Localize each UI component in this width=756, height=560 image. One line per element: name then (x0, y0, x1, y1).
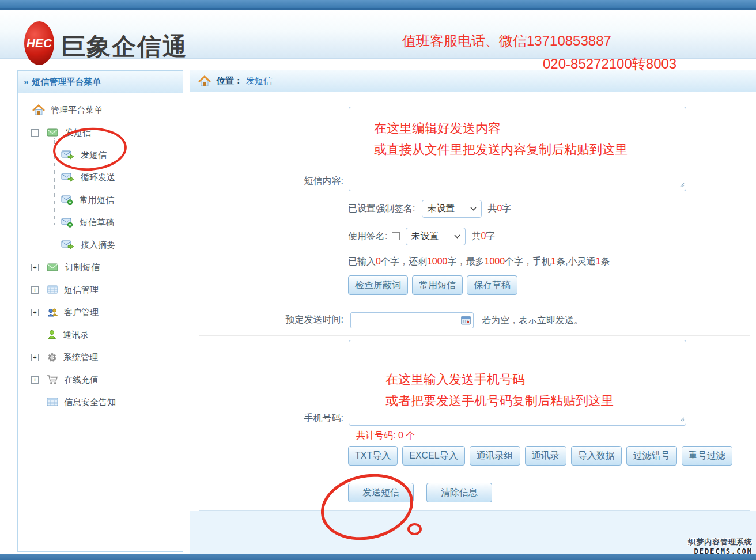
bottom-status-bar (0, 554, 756, 560)
expand-icon[interactable]: + (31, 376, 39, 384)
txt-import-button[interactable]: TXT导入 (348, 446, 398, 466)
home-icon (32, 104, 45, 116)
sidebar-item-label: 订制短信 (65, 262, 100, 273)
use-signature-select[interactable]: 未设置 (406, 228, 466, 245)
import-buttons-row: TXT导入 EXCEL导入 通讯录组 通讯录 导入数据 过滤错号 重号过滤 (348, 446, 732, 466)
mail-green-icon (47, 127, 59, 138)
sidebar-item-label: 循环发送 (81, 172, 115, 183)
breadcrumb-current-link[interactable]: 发短信 (246, 75, 272, 86)
phone-label: 手机号码: (199, 413, 343, 425)
expand-icon[interactable]: + (31, 264, 39, 271)
use-signature-checkbox[interactable] (392, 232, 400, 240)
sidebar-item-send-sms[interactable]: 发短信 (18, 147, 183, 162)
sidebar-item-sms-draft[interactable]: 短信草稿 (18, 215, 183, 230)
brand-title: 巨象企信通 (61, 31, 188, 63)
sidebar-item-label: 发短信 (81, 150, 107, 161)
resize-handle-icon[interactable] (679, 179, 685, 190)
contact-group-button[interactable]: 通讯录组 (470, 446, 520, 466)
sidebar-item-common-sms[interactable]: 常用短信 (18, 192, 183, 207)
top-title-bar (0, 0, 756, 10)
forced-signature-row: 已设置强制签名: 未设置 共0字 (348, 199, 511, 218)
content-buttons-row: 检查屏蔽词 常用短信 保存草稿 (348, 275, 517, 295)
sidebar-item-label: 接入摘要 (81, 240, 115, 251)
sidebar-item-customer-manage[interactable]: + 客户管理 (18, 305, 183, 320)
cart-icon (47, 374, 58, 385)
sidebar-item-label: 短信草稿 (80, 217, 114, 228)
hec-logo: HEC (24, 21, 54, 65)
sidebar-item-online-recharge[interactable]: + 在线充值 (18, 372, 183, 387)
sidebar-item-label: 系统管理 (63, 352, 98, 363)
app-header: HEC 巨象企信通 (0, 10, 756, 59)
expand-icon[interactable]: + (31, 286, 39, 294)
content-footer-area (190, 511, 756, 554)
table-icon (47, 398, 58, 407)
separator (199, 476, 750, 476)
sidebar: »短信管理平台菜单 管理平台菜单 − 发短信 发短信 循环发送 常用短信 短信 (17, 70, 183, 552)
schedule-time-input[interactable] (350, 312, 474, 328)
sidebar-title: 短信管理平台菜单 (32, 77, 101, 86)
home-icon (198, 75, 211, 87)
user-green-icon (47, 330, 57, 340)
calendar-icon[interactable] (461, 316, 471, 327)
phone-annotation: 在这里输入发送手机号码 或者把要发送手机号码复制后粘贴到这里 (385, 369, 614, 411)
sidebar-item-access-summary[interactable]: 接入摘要 (18, 237, 183, 252)
sidebar-item-root[interactable]: 管理平台菜单 (18, 103, 183, 118)
forced-signature-select[interactable]: 未设置 (422, 200, 482, 218)
use-signature-count: 共0字 (471, 230, 495, 243)
char-counter: 已输入0个字，还剩1000字，最多1000个字，手机1条,小灵通1条 (348, 255, 610, 268)
sidebar-item-system-manage[interactable]: + 系统管理 (18, 350, 183, 365)
sidebar-item-label: 通讯录 (63, 330, 89, 340)
sidebar-item-loop-send[interactable]: 循环发送 (18, 170, 183, 185)
separator (199, 335, 750, 336)
service-phone-line1: 值班客服电话、微信13710853887 (402, 32, 611, 50)
sidebar-title-bar: »短信管理平台菜单 (18, 71, 183, 93)
common-sms-button[interactable]: 常用短信 (412, 275, 463, 295)
separator (199, 305, 750, 305)
double-chevron-icon: » (24, 77, 28, 86)
expand-icon[interactable]: + (31, 309, 39, 316)
send-sms-button[interactable]: 发送短信 (348, 483, 414, 502)
sidebar-item-contacts[interactable]: 通讯录 (18, 327, 183, 342)
resize-handle-icon[interactable] (679, 414, 685, 424)
logo-text: HEC (27, 36, 52, 50)
expand-icon[interactable]: + (31, 354, 39, 361)
phone-total-count: 共计号码: 0 个 (356, 430, 415, 442)
mail-send-icon (61, 150, 75, 160)
menu-tree: 管理平台菜单 − 发短信 发短信 循环发送 常用短信 短信草稿 接入摘要 (18, 93, 183, 410)
schedule-row: 若为空，表示立即发送。 (350, 312, 583, 329)
use-signature-value: 未设置 (411, 230, 439, 243)
forced-signature-count: 共0字 (487, 203, 511, 215)
collapse-icon[interactable]: − (31, 129, 39, 137)
forced-signature-value: 未设置 (427, 203, 455, 215)
mail-send-icon (61, 172, 75, 183)
table-icon (47, 285, 58, 294)
forced-signature-label: 已设置强制签名: (348, 203, 415, 215)
use-signature-row: 使用签名: 未设置 共0字 (348, 226, 495, 246)
chevron-down-icon (454, 234, 460, 239)
use-signature-label: 使用签名: (348, 230, 387, 243)
check-blocked-words-button[interactable]: 检查屏蔽词 (348, 275, 408, 295)
schedule-note: 若为空，表示立即发送。 (482, 315, 583, 327)
contacts-button[interactable]: 通讯录 (525, 446, 566, 466)
sidebar-item-label: 在线充值 (64, 374, 99, 385)
sidebar-item-security-notice[interactable]: 信息安全告知 (18, 395, 183, 410)
sidebar-item-label: 常用短信 (80, 195, 114, 206)
filter-wrong-number-button[interactable]: 过滤错号 (626, 446, 677, 466)
location-label: 位置： (217, 75, 243, 86)
save-draft-button[interactable]: 保存草稿 (467, 275, 517, 295)
schedule-label: 预定发送时间: (199, 314, 343, 326)
tree-connector-line (54, 138, 55, 225)
clear-info-button[interactable]: 清除信息 (426, 483, 492, 502)
excel-import-button[interactable]: EXCEL导入 (402, 446, 464, 466)
sidebar-item-label: 管理平台菜单 (51, 105, 103, 116)
watermark-en: DEDECMS.COM (688, 547, 753, 555)
dedupe-button[interactable]: 重号过滤 (682, 446, 732, 466)
sms-content-label: 短信内容: (199, 175, 343, 187)
sidebar-item-sms-manage[interactable]: + 短信管理 (18, 282, 183, 297)
import-data-button[interactable]: 导入数据 (571, 446, 622, 466)
watermark-cn: 织梦内容管理系统 (688, 537, 753, 547)
submit-buttons-row: 发送短信 清除信息 (348, 483, 492, 502)
sidebar-item-custom-sms[interactable]: + 订制短信 (18, 260, 183, 275)
sidebar-item-send-sms-group[interactable]: − 发短信 (18, 125, 183, 140)
tree-connector-line (39, 118, 39, 417)
